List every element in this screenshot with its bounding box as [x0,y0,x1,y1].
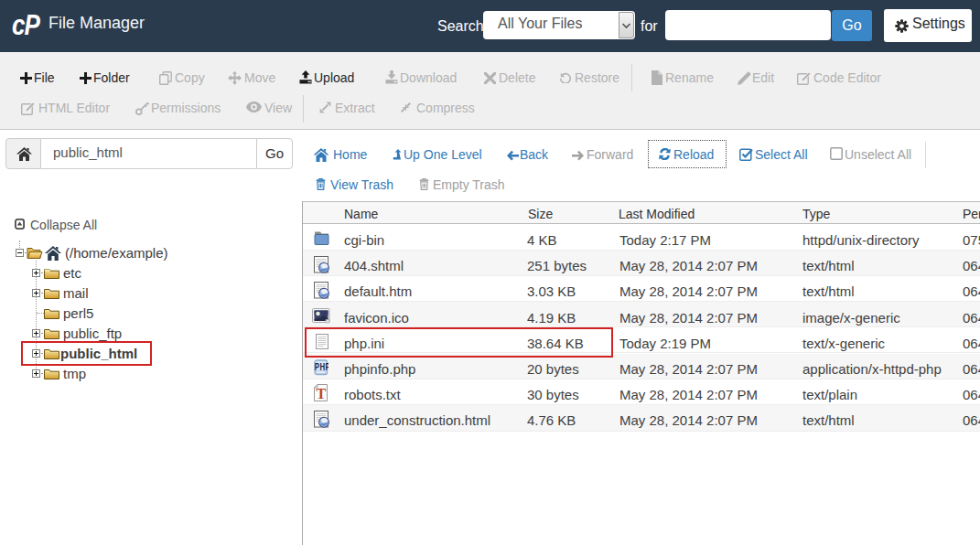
svg-text:PHP: PHP [315,362,328,372]
svg-text:T: T [317,386,327,401]
